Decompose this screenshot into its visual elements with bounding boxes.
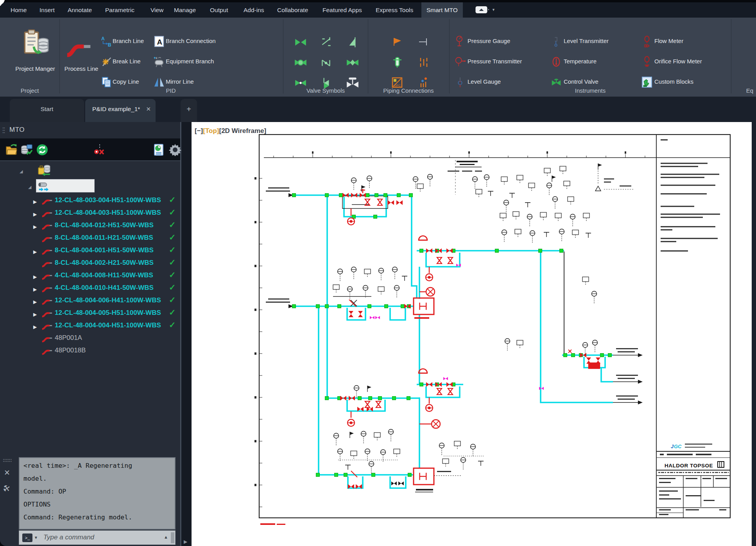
process-line-icon [66,42,92,60]
pipe-zbox-icon[interactable]: GFC [391,76,403,90]
vp-minimize-control[interactable]: [−] [195,127,203,135]
copy-line-button[interactable]: Copy Line [113,78,139,85]
equipment-branch-button[interactable]: Equipment Branch [166,58,214,65]
command-close-icon[interactable]: ✕ [4,468,10,477]
valve-half-icon[interactable] [346,36,359,50]
viewport-controls[interactable]: [−][Top][2D Wireframe] [195,127,266,135]
pipe-dots-icon[interactable] [417,76,430,90]
instr-control-valve-button[interactable]: Control Valve [564,78,598,85]
command-scrollbar[interactable] [171,532,174,543]
item-expander[interactable]: ▶ [33,324,37,330]
command-grip[interactable]: ▪▪▪▪▪▪▪▪▪▪▪▪ [3,458,12,462]
command-input[interactable]: >_ ▼ Type a command ▲ [19,530,176,545]
tab-close-icon[interactable]: ✕ [146,106,151,113]
detach-icon[interactable] [93,144,106,158]
command-dropdown-icon[interactable]: ▼ [34,535,38,540]
new-tab-button[interactable]: + [181,99,197,122]
menu-view[interactable]: View [145,2,168,18]
ribbon-group-instruments: Instruments [555,86,625,95]
instr-orifice-flow-meter-button[interactable]: Orifice Flow Meter [654,58,702,65]
instr-temperature-button[interactable]: Temperature [564,58,597,65]
instr-flow-meter-button[interactable]: Flow Meter [654,38,683,44]
open-folder-icon[interactable] [5,144,18,158]
tree-item[interactable]: 12-CL-48-004-006-H41-100W-WBS [55,296,161,304]
command-wrench-icon[interactable]: ⚒ [2,484,12,493]
check-icon: ✓ [169,320,176,330]
item-expander[interactable]: ▶ [33,224,37,230]
tree-item[interactable]: 48P001A [55,334,82,342]
tree-item[interactable]: 12-CL-48-004-004-H51-100W-WBS [55,321,161,329]
item-expander[interactable]: ▶ [33,212,37,217]
menu-overflow-icon[interactable]: ▼ [492,8,495,12]
instr-level-gauge-button[interactable]: Level Gauge [468,78,501,85]
menu-featured-apps[interactable]: Featured Apps [317,2,367,18]
menu-manage[interactable]: Manage [169,2,201,18]
pipe-flag-icon[interactable] [391,36,403,50]
valve-z-icon[interactable] [320,36,333,50]
valve-diamond-icon[interactable] [346,56,359,71]
panel-grip[interactable]: ▪▪▪▪▪▪ [2,127,7,134]
db-check-icon[interactable] [20,144,33,158]
menu-insert[interactable]: Insert [34,2,60,18]
takeoff-tree: ◢ ◢ ▶12-CL-48-003-004-H51-100W-WBS✓▶12-C… [0,162,180,397]
tree-item[interactable]: 8-CL-48-004-001-H51-50W-WBS [55,246,154,254]
item-expander[interactable]: ▶ [33,312,37,317]
item-expander[interactable]: ▶ [33,199,37,205]
tree-item[interactable]: 8-CL-48-004-002-H21-50W-WBS [55,259,154,267]
item-expander[interactable]: ▶ [33,299,37,305]
command-line: Command: Regenerating model. [23,511,171,524]
item-expander[interactable]: ▶ [33,274,37,280]
report-icon[interactable] [152,144,165,158]
valve-gate-icon[interactable] [294,36,307,50]
tree-item[interactable]: 8-CL-48-004-011-H21-50W-WBS [55,234,153,242]
item-expander[interactable]: ▶ [33,249,37,255]
instr-pressure-transmitter-button[interactable]: Pressure Transmitter [468,58,522,65]
valve-dot-icon[interactable] [294,76,307,91]
refresh-icon[interactable] [36,144,48,158]
tree-item[interactable]: 12-CL-48-003-004-H51-100W-WBS [55,196,161,204]
tree-item[interactable]: 4-CL-48-004-008-H11-50W-WBS [55,271,153,279]
root-expander[interactable]: ◢ [20,169,23,174]
vp-visual-style-control[interactable]: [2D Wireframe] [219,127,266,135]
valve-ball-icon[interactable] [294,56,307,71]
camera-icon[interactable] [475,5,489,16]
instr-level-transmitter-button[interactable]: Level Transmitter [564,38,609,44]
branch-connection-button[interactable]: Branch Connection [166,38,216,44]
panel-expand-icon[interactable]: ▶ [184,539,187,544]
process-line-button[interactable]: Process Line [62,65,101,72]
tree-item[interactable]: 12-CL-48-004-003-H51-100W-WBS [55,209,161,217]
valve-angle-icon[interactable] [320,76,333,91]
tab-start[interactable]: Start [10,99,84,122]
valve-control-icon[interactable] [346,76,359,91]
pipe-tee-icon[interactable] [417,36,430,50]
tree-item[interactable]: 4-CL-48-004-010-H41-50W-WBS [55,284,154,292]
menu-collaborate[interactable]: Collaborate [272,2,313,18]
tree-item[interactable]: 48P0018B [55,347,86,354]
command-history[interactable]: <real time>: _A Regeneratingmodel.Comman… [19,457,176,530]
item-expander[interactable]: ▶ [33,287,37,292]
menu-output[interactable]: Output [205,2,233,18]
vp-view-control[interactable]: [Top] [203,127,219,135]
menu-parametric[interactable]: Parametric [100,2,140,18]
tree-item[interactable]: 12-CL-48-004-005-H51-100W-WBS [55,309,161,317]
branch-line-button[interactable]: Branch Line [113,38,144,44]
drawing-canvas[interactable]: [−][Top][2D Wireframe] JGCHALDOR TOPSOE [192,122,752,546]
project-manager-button[interactable]: Project Manger [8,65,63,72]
menu-express-tools[interactable]: Express Tools [371,2,418,18]
tree-item[interactable]: 8-CL-48-004-012-H51-50W-WBS [55,221,154,229]
break-line-button[interactable]: Break Line [113,58,141,65]
pipe-specialty-icon[interactable] [391,56,403,70]
custom-blocks-button[interactable]: Custom Blocks [654,78,693,85]
command-up-icon[interactable]: ▲ [164,535,168,539]
menu-annotate[interactable]: Annotate [63,2,97,18]
menu-add-ins[interactable]: Add-ins [238,2,269,18]
instr-pressure-gauge-button[interactable]: Pressure Gauge [468,38,510,44]
drawing-expander[interactable]: ◢ [28,185,31,190]
mirror-line-button[interactable]: Mirror Line [166,78,194,85]
tab-pid-example[interactable]: P&ID example_1* ✕ [85,99,156,122]
settings-icon[interactable] [169,144,181,158]
menu-smart-mto[interactable]: Smart MTO [421,2,463,18]
valve-n-icon[interactable] [320,56,333,71]
menu-home[interactable]: Home [5,2,32,18]
pipe-bars-icon[interactable] [417,56,430,70]
